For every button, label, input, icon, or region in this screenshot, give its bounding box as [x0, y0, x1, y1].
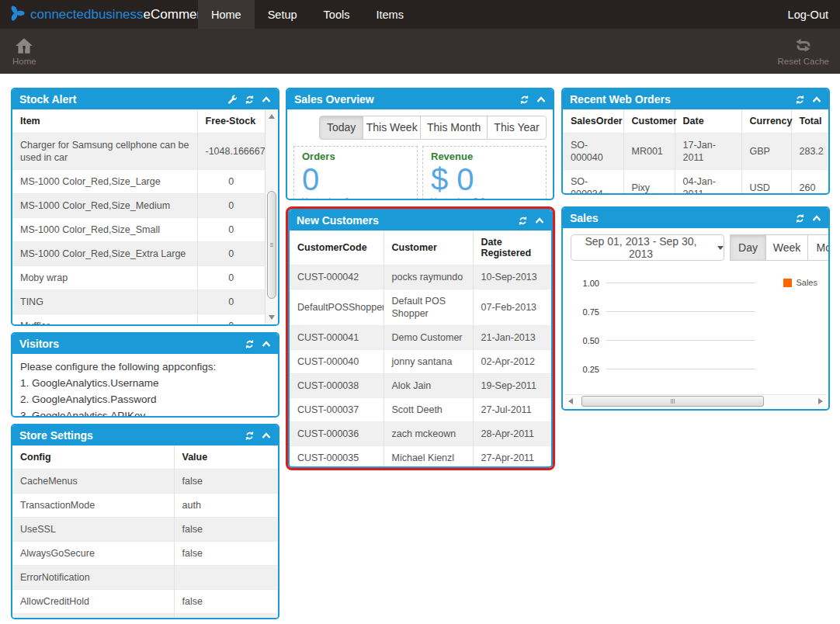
axis-tick-label: 0.75: [571, 307, 606, 317]
collapse-icon[interactable]: [262, 432, 271, 439]
table-row: CUST-000035Michael Kienzl27-Apr-2011: [290, 446, 551, 469]
logout-link[interactable]: Log-Out: [788, 0, 840, 29]
recent-web-orders-header: Recent Web Orders: [563, 89, 828, 109]
refresh-icon[interactable]: [245, 95, 255, 105]
table-cell: USD: [741, 170, 791, 196]
tab-this-month[interactable]: This Month: [420, 116, 488, 140]
table-cell: AlwaysGoSecure: [12, 542, 174, 566]
table-cell: 283.2: [791, 133, 828, 170]
table-cell: GBP: [741, 133, 791, 170]
table-cell: CUST-000041: [290, 326, 384, 350]
orders-stat: Orders 0 Yesterday: 0: [293, 146, 418, 200]
stock-alert-table: ItemFree-Stock Charger for Samsung cellp…: [12, 109, 265, 326]
table-cell: MS-1000 Color_Red,Size_Large: [12, 170, 197, 194]
table-cell: 0: [197, 242, 265, 266]
table-cell: Scott Deeth: [384, 398, 473, 422]
vertical-scrollbar[interactable]: [265, 109, 278, 324]
refresh-icon[interactable]: [245, 431, 255, 441]
panel-new-customers: New Customers CustomerCodeCustomerDate R…: [288, 209, 553, 468]
collapse-icon[interactable]: [262, 340, 271, 348]
collapse-icon[interactable]: [812, 214, 821, 222]
refresh-icon[interactable]: [518, 216, 528, 226]
view-month-button[interactable]: Month: [807, 234, 830, 261]
refresh-icon[interactable]: [245, 339, 255, 349]
panel-sales-overview: Sales Overview Today This Week: [286, 88, 554, 200]
axis-tick-label: 0.50: [571, 336, 606, 345]
refresh-icon[interactable]: [795, 213, 805, 224]
store-settings-table: ConfigValue CacheMenusfalseTransactionMo…: [12, 445, 278, 619]
collapse-icon[interactable]: [812, 95, 821, 103]
view-week-button[interactable]: Week: [765, 234, 808, 261]
refresh-icon[interactable]: [795, 95, 805, 105]
table-row: CUST-000042pocks raymundo10-Sep-2013: [290, 265, 551, 289]
nav-item-items[interactable]: Items: [363, 0, 416, 29]
table-row: Moby wrap0: [12, 266, 265, 290]
scroll-up-arrow-icon[interactable]: [269, 114, 275, 119]
brand-primary: connectedbusiness: [30, 7, 144, 22]
scrollbar-thumb[interactable]: [267, 191, 276, 299]
table-cell: SO-000034: [563, 170, 623, 196]
new-customers-header: New Customers: [290, 210, 551, 231]
table-cell: 0: [197, 194, 265, 218]
column-header: Config: [12, 445, 174, 470]
header-row: ItemFree-Stock: [12, 109, 265, 133]
wrench-icon[interactable]: [227, 95, 238, 105]
table-row: CUST-000037Scott Deeth27-Jul-2011: [290, 398, 551, 422]
header-row: ConfigValue: [12, 445, 278, 470]
refresh-icon[interactable]: [519, 95, 529, 105]
reset-cache-button[interactable]: Reset Cache: [778, 37, 829, 66]
table-row: AlwaysGoSecurefalse: [12, 542, 278, 566]
nav-item-setup[interactable]: Setup: [255, 0, 311, 29]
legend-swatch-sales: [783, 279, 792, 287]
table-cell: 14.0.0.50: [174, 614, 278, 620]
header-row: SalesOrderCustomerDateCurrencyTotal: [563, 109, 828, 133]
panel-visitors: Visitors Please configure the following …: [11, 332, 279, 418]
new-customers-table: CustomerCodeCustomerDate Registered CUST…: [290, 231, 551, 468]
panel-sales: Sales Sep 01, 2013 - Sep 30, 2013: [561, 206, 830, 411]
collapse-icon[interactable]: [535, 217, 544, 224]
table-cell: 04-Jan-2011: [675, 170, 741, 196]
table-cell: 0: [197, 266, 265, 290]
orders-yesterday: Yesterday: 0: [302, 196, 409, 200]
scrollbar-thumb[interactable]: [581, 396, 764, 407]
table-cell: Charger for Samsung cellphone can be use…: [12, 133, 197, 170]
scroll-right-arrow-icon[interactable]: [818, 398, 823, 404]
table-cell: zach mckeown: [384, 422, 473, 446]
collapse-icon[interactable]: [536, 95, 546, 103]
column-header: Total: [791, 109, 828, 133]
table-cell: false: [174, 470, 278, 494]
table-row: TransactionModeauth: [12, 494, 278, 518]
view-day-button[interactable]: Day: [730, 234, 766, 261]
dashboard: Stock Alert: [0, 74, 840, 624]
scroll-left-arrow-icon[interactable]: [568, 398, 573, 404]
table-cell: false: [174, 590, 278, 614]
table-row: Muffler0: [12, 314, 265, 327]
table-row: Charger for Samsung cellphone can be use…: [12, 133, 265, 170]
home-button-label: Home: [12, 57, 36, 66]
panel-title: Sales: [570, 212, 599, 224]
panel-store-settings: Store Settings ConfigValue CacheMenu: [11, 424, 279, 619]
gridline: [606, 340, 755, 341]
column-header: Free-Stock: [197, 109, 265, 133]
scroll-down-arrow-icon[interactable]: [269, 315, 275, 320]
tab-today[interactable]: Today: [319, 116, 363, 140]
tab-this-week[interactable]: This Week: [363, 116, 421, 140]
home-button[interactable]: Home: [12, 37, 36, 66]
nav-item-home[interactable]: Home: [198, 0, 255, 29]
table-row: TING0: [12, 290, 265, 314]
date-range-picker[interactable]: Sep 01, 2013 - Sep 30, 2013: [571, 234, 724, 261]
date-range-label: Sep 01, 2013 - Sep 30, 2013: [571, 235, 710, 260]
nav-item-tools[interactable]: Tools: [311, 0, 363, 29]
panel-title: New Customers: [297, 214, 379, 227]
revenue-yesterday: Yesterday: $ 0: [431, 196, 538, 200]
horizontal-scrollbar[interactable]: [564, 394, 827, 407]
table-cell: CUST-000037: [290, 398, 384, 422]
table-row: DefaultPOSShopperDefault POS Shopper07-F…: [290, 289, 551, 326]
table-cell: MS-1000 Color_Red,Size_Extra Large: [12, 242, 197, 266]
table-cell: auth: [174, 494, 278, 518]
table-cell: DefaultPOSShopper: [290, 289, 384, 326]
table-cell: Pixy: [623, 170, 675, 196]
table-cell: 19-Sep-2011: [473, 374, 551, 398]
tab-this-year[interactable]: This Year: [487, 116, 547, 140]
collapse-icon[interactable]: [262, 95, 271, 103]
